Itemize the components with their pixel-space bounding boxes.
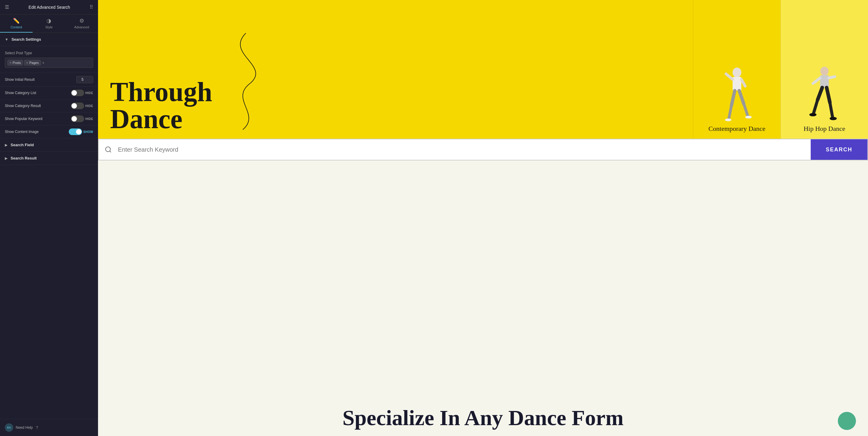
show-category-result-toggle[interactable] [71, 102, 84, 109]
search-field-header[interactable]: ▶ Search Field [0, 138, 98, 152]
hiphop-dance-card: Hip Hop Dance [780, 0, 868, 139]
hero-text: Through Dance [98, 0, 224, 139]
show-initial-result-input[interactable] [76, 76, 93, 83]
svg-point-18 [809, 113, 816, 116]
search-settings-content: Select Post Type × Posts × Pages + [0, 46, 98, 73]
help-icon[interactable]: ? [36, 425, 38, 430]
show-popular-keyword-toggle-label: HIDE [85, 117, 93, 121]
search-bar-section: SEARCH [98, 139, 868, 160]
post-type-tags[interactable]: × Posts × Pages + [5, 58, 93, 68]
grid-icon[interactable]: ⠿ [90, 4, 93, 10]
ea-badge-text: EA [7, 426, 11, 429]
search-button[interactable]: SEARCH [811, 139, 867, 160]
sidebar-title: Edit Advanced Search [29, 5, 70, 10]
bottom-section: Specialize In Any Dance Form [98, 160, 868, 436]
sidebar-footer: EA Need Help ? [0, 419, 98, 436]
search-field-chevron: ▶ [5, 143, 7, 147]
show-category-list-toggle-label: HIDE [85, 91, 93, 95]
tag-posts-label: Posts [13, 61, 21, 65]
hiphop-dancer-visual [781, 62, 868, 122]
tag-posts: × Posts [7, 60, 23, 65]
sidebar-header: ☰ Edit Advanced Search ⠿ [0, 0, 98, 14]
search-field-title: Search Field [10, 143, 34, 147]
show-content-image-toggle-label: SHOW [83, 130, 93, 133]
style-tab-icon: ◑ [46, 18, 51, 24]
contemporary-dancer-svg [720, 62, 753, 122]
show-popular-keyword-control: HIDE [71, 116, 93, 122]
show-content-image-toggle[interactable] [69, 128, 82, 135]
show-category-list-label: Show Category List [5, 91, 36, 95]
hiphop-dancer-svg [808, 62, 841, 122]
hero-section: Through Dance [98, 0, 868, 139]
show-content-image-row: Show Content Image SHOW [0, 125, 98, 138]
show-content-image-label: Show Content Image [5, 130, 39, 134]
need-help-text[interactable]: Need Help [16, 426, 33, 430]
search-settings-header[interactable]: ▼ Search Settings [0, 33, 98, 46]
svg-rect-11 [820, 75, 829, 88]
svg-line-5 [728, 105, 732, 119]
svg-rect-1 [733, 77, 741, 90]
show-popular-keyword-row: Show Popular Keyword HIDE [0, 113, 98, 125]
svg-point-20 [105, 147, 111, 152]
svg-line-16 [827, 88, 830, 102]
svg-point-0 [733, 67, 741, 77]
tag-posts-remove[interactable]: × [10, 61, 11, 65]
tab-advanced-label: Advanced [74, 25, 89, 29]
show-category-result-row: Show Category Result HIDE [0, 99, 98, 113]
tab-content-label: Content [10, 25, 22, 29]
svg-line-17 [830, 102, 833, 118]
search-settings-title: Search Settings [11, 37, 41, 41]
svg-line-7 [744, 104, 748, 116]
contemporary-dancer-visual [693, 62, 780, 122]
show-content-image-control: SHOW [69, 128, 93, 135]
select-post-type-label: Select Post Type [5, 51, 93, 55]
hero-title-line2: Dance [110, 105, 212, 133]
show-category-result-label: Show Category Result [5, 104, 41, 108]
hamburger-icon[interactable]: ☰ [5, 4, 9, 10]
hero-title-line1: Through [110, 79, 212, 105]
show-category-list-control: HIDE [71, 90, 93, 96]
show-initial-result-label: Show Initial Result [5, 77, 35, 82]
svg-point-19 [830, 117, 837, 120]
tag-add-button[interactable]: + [42, 60, 44, 65]
svg-line-15 [813, 100, 818, 113]
show-category-result-toggle-label: HIDE [85, 104, 93, 107]
green-circle-decoration [838, 412, 856, 430]
svg-point-8 [725, 119, 732, 121]
dance-cards: Contemporary Dance [693, 0, 868, 139]
svg-point-9 [745, 116, 752, 119]
show-popular-keyword-label: Show Popular Keyword [5, 117, 42, 121]
svg-line-6 [739, 90, 744, 104]
show-category-result-control: HIDE [71, 102, 93, 109]
tag-pages: × Pages [24, 60, 41, 65]
search-keyword-input[interactable] [118, 139, 811, 160]
show-category-result-slider [71, 102, 84, 109]
tab-content[interactable]: ✏️ Content [0, 14, 33, 33]
advanced-tab-icon: ⚙ [79, 18, 84, 24]
sidebar-tabs: ✏️ Content ◑ Style ⚙ Advanced [0, 14, 98, 33]
contemporary-dance-label: Contemporary Dance [709, 125, 766, 133]
svg-line-3 [741, 79, 745, 86]
tab-style[interactable]: ◑ Style [33, 14, 65, 33]
tab-advanced[interactable]: ⚙ Advanced [65, 14, 98, 33]
content-tab-icon: ✏️ [13, 18, 20, 24]
show-initial-result-row: Show Initial Result [0, 73, 98, 87]
show-category-list-toggle[interactable] [71, 90, 84, 96]
show-popular-keyword-slider [71, 116, 84, 122]
tag-pages-remove[interactable]: × [26, 61, 28, 65]
svg-line-4 [732, 90, 735, 105]
hiphop-dance-label: Hip Hop Dance [803, 125, 845, 133]
svg-point-10 [820, 67, 829, 75]
show-content-image-slider [69, 128, 82, 135]
svg-line-14 [818, 88, 822, 100]
tag-pages-label: Pages [29, 61, 39, 65]
tab-style-label: Style [45, 25, 53, 29]
svg-line-2 [726, 74, 733, 79]
search-result-title: Search Result [10, 156, 37, 160]
search-result-header[interactable]: ▶ Search Result [0, 152, 98, 165]
main-content: Through Dance [98, 0, 868, 436]
sidebar-content: ▼ Search Settings Select Post Type × Pos… [0, 33, 98, 436]
show-popular-keyword-toggle[interactable] [71, 116, 84, 122]
contemporary-dance-card: Contemporary Dance [693, 0, 780, 139]
search-icon [99, 139, 118, 160]
